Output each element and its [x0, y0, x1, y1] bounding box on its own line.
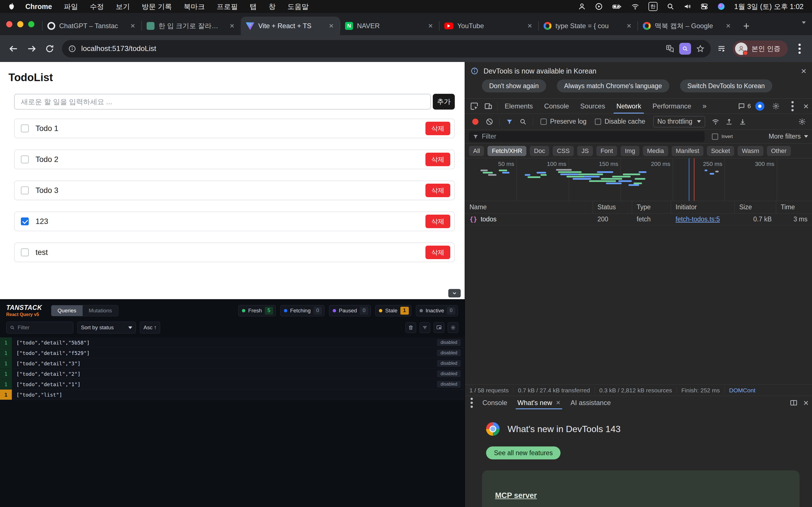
query-row[interactable]: 1["todo","detail","2"]disabled: [0, 369, 465, 379]
delete-todo-button[interactable]: 삭제: [425, 153, 450, 166]
more-tabs-button[interactable]: »: [697, 99, 712, 114]
query-row[interactable]: 1["todo","list"]: [0, 390, 465, 400]
network-search-icon[interactable]: [517, 116, 529, 128]
chrome-menu-icon[interactable]: [799, 48, 801, 50]
spotlight-icon[interactable]: [666, 3, 674, 10]
devtools-settings-icon[interactable]: [769, 102, 783, 110]
browser-tab[interactable]: NNAVER×: [340, 17, 439, 35]
siri-icon[interactable]: [717, 3, 725, 10]
devtools-collapse-button[interactable]: [448, 289, 461, 297]
query-row[interactable]: 1["todo","detail","3"]disabled: [0, 358, 465, 369]
input-source-icon[interactable]: 한: [649, 2, 658, 11]
todo-checkbox[interactable]: [21, 217, 29, 225]
tab-close-icon[interactable]: ×: [723, 21, 733, 31]
device-toolbar-icon[interactable]: [481, 99, 495, 114]
menubar-item[interactable]: 방문 기록: [142, 2, 172, 11]
sort-select[interactable]: Sort by status: [77, 322, 136, 334]
record-network-button[interactable]: [472, 119, 478, 125]
menubar-item[interactable]: 북마크: [184, 2, 205, 11]
delete-todo-button[interactable]: 삭제: [425, 245, 450, 259]
import-har-icon[interactable]: [723, 116, 735, 128]
profile-button[interactable]: 본인 인증: [733, 41, 788, 57]
network-overview-timeline[interactable]: 50 ms100 ms150 ms200 ms250 ms300 ms: [465, 158, 812, 201]
browser-tab[interactable]: ChatGPT – Tanstac×: [42, 17, 142, 35]
filter-chip[interactable]: All: [469, 146, 484, 156]
tab-close-icon[interactable]: ×: [128, 21, 138, 31]
clear-network-icon[interactable]: [484, 116, 495, 128]
column-header-initiator[interactable]: Initiator: [671, 201, 735, 213]
request-name[interactable]: todos: [481, 216, 497, 223]
issues-button[interactable]: 6: [738, 103, 751, 110]
tab-close-icon[interactable]: ×: [426, 21, 435, 31]
filter-chip[interactable]: Fetch/XHR: [488, 146, 526, 156]
devtools-tab-performance[interactable]: Performance: [647, 99, 697, 114]
url-text[interactable]: localhost:5173/todoList: [81, 44, 661, 53]
add-todo-button[interactable]: 추가: [433, 94, 455, 110]
browser-tab[interactable]: 맥북 캡쳐 – Google×: [638, 17, 737, 35]
network-filter-input[interactable]: [482, 133, 701, 140]
todo-checkbox[interactable]: [21, 124, 29, 132]
menubar-app-name[interactable]: Chrome: [26, 3, 52, 11]
browser-tab[interactable]: type State = { cou×: [539, 17, 638, 35]
devtools-tab-elements[interactable]: Elements: [499, 99, 539, 114]
network-conditions-icon[interactable]: [710, 116, 721, 128]
delete-todo-button[interactable]: 삭제: [425, 184, 450, 197]
status-filter-stale[interactable]: Stale1: [375, 305, 411, 316]
infobar-button[interactable]: Always match Chrome's language: [557, 79, 669, 93]
filter-toggle-icon[interactable]: [504, 116, 515, 128]
status-filter-fetching[interactable]: Fetching0: [280, 305, 324, 316]
more-filters-button[interactable]: More filters: [769, 133, 808, 140]
site-info-icon[interactable]: [68, 45, 76, 53]
drawer-close-icon[interactable]: ×: [803, 398, 809, 407]
filter-chip[interactable]: Font: [596, 146, 617, 156]
query-filter-input[interactable]: [17, 325, 70, 331]
mcp-server-link[interactable]: MCP server: [495, 491, 537, 500]
menubar-item[interactable]: 도움말: [287, 2, 308, 11]
bookmark-star-icon[interactable]: [696, 45, 705, 53]
menubar-item[interactable]: 파일: [64, 2, 78, 11]
drawer-tab[interactable]: What's new×: [512, 396, 565, 409]
query-row[interactable]: 1["todo","detail","f529"]disabled: [0, 348, 465, 358]
browser-tab[interactable]: Vite + React + TS×: [241, 17, 340, 35]
menubar-item[interactable]: 수정: [90, 2, 104, 11]
filter-chip[interactable]: Img: [620, 146, 640, 156]
disable-cache-checkbox[interactable]: Disable cache: [595, 118, 645, 125]
tab-search-icon[interactable]: [802, 24, 806, 29]
column-header-size[interactable]: Size: [735, 201, 776, 213]
battery-icon[interactable]: [612, 3, 622, 10]
see-all-features-button[interactable]: See all new features: [486, 446, 560, 459]
devtools-close-icon[interactable]: ×: [803, 102, 809, 111]
split-panel-icon[interactable]: [790, 399, 798, 407]
drawer-menu-icon[interactable]: [470, 402, 473, 404]
menubar-item[interactable]: 탭: [250, 2, 257, 11]
filter-chip[interactable]: Other: [767, 146, 791, 156]
menubar-item[interactable]: 창: [268, 2, 275, 11]
drawer-tab[interactable]: Console: [477, 396, 512, 409]
menubar-item[interactable]: 보기: [116, 2, 130, 11]
tanstack-tab-queries[interactable]: Queries: [51, 305, 83, 316]
network-settings-icon[interactable]: [796, 116, 808, 128]
minimize-window-button[interactable]: [17, 21, 23, 27]
translate-icon[interactable]: [666, 45, 674, 53]
throttling-select[interactable]: No throttling: [653, 116, 705, 127]
column-header-name[interactable]: Name: [465, 201, 593, 213]
devtools-tab-sources[interactable]: Sources: [574, 99, 611, 114]
volume-icon[interactable]: [683, 3, 691, 10]
todo-checkbox[interactable]: [21, 248, 29, 256]
delete-todo-button[interactable]: 삭제: [425, 122, 450, 135]
new-tab-button[interactable]: +: [739, 18, 754, 34]
close-window-button[interactable]: [6, 21, 12, 27]
preserve-log-checkbox[interactable]: Preserve log: [541, 118, 587, 125]
status-filter-paused[interactable]: Paused0: [329, 305, 371, 316]
column-header-type[interactable]: Type: [632, 201, 671, 213]
tab-close-icon[interactable]: ×: [227, 21, 237, 31]
column-header-status[interactable]: Status: [593, 201, 632, 213]
account-badge-icon[interactable]: [755, 102, 764, 111]
query-row[interactable]: 1["todo","detail","1"]disabled: [0, 379, 465, 390]
settings-gear-icon[interactable]: [448, 322, 458, 333]
delete-todo-button[interactable]: 삭제: [425, 215, 450, 228]
infobar-button[interactable]: Don't show again: [482, 79, 546, 93]
todo-checkbox[interactable]: [21, 156, 29, 163]
pip-icon[interactable]: [434, 322, 444, 333]
invert-checkbox[interactable]: Invert: [712, 133, 733, 140]
